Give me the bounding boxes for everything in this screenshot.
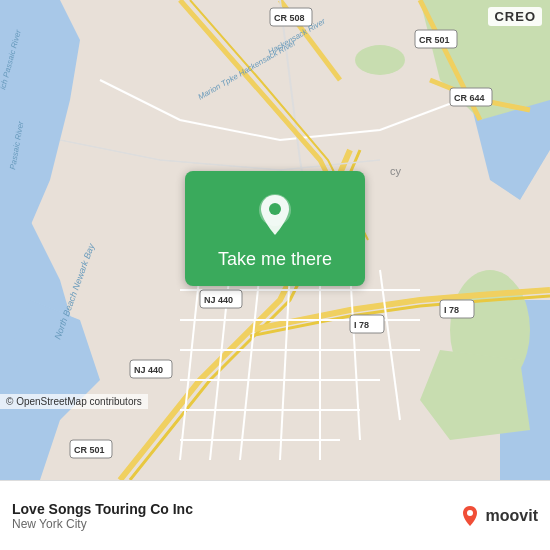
svg-text:NJ 440: NJ 440 (204, 295, 233, 305)
svg-point-47 (467, 510, 473, 516)
moovit-logo[interactable]: moovit (458, 504, 538, 528)
footer-location-info: Love Songs Touring Co Inc New York City (12, 501, 448, 531)
svg-text:I 78: I 78 (444, 305, 459, 315)
moovit-text: moovit (486, 507, 538, 525)
map-container: NJ 440 NJ 440 I 78 I 78 CR 501 CR 644 CR… (0, 0, 550, 480)
svg-text:cy: cy (390, 165, 402, 177)
map-attribution: © OpenStreetMap contributors (0, 394, 148, 409)
svg-text:CR 501: CR 501 (74, 445, 105, 455)
svg-point-9 (355, 45, 405, 75)
moovit-pin-icon (458, 504, 482, 528)
cta-button[interactable]: Take me there (218, 249, 332, 270)
attribution-text: © OpenStreetMap contributors (6, 396, 142, 407)
creo-badge: CREO (488, 7, 542, 26)
footer-bar: Love Songs Touring Co Inc New York City … (0, 480, 550, 550)
svg-text:NJ 440: NJ 440 (134, 365, 163, 375)
svg-point-46 (269, 203, 281, 215)
svg-text:I 78: I 78 (354, 320, 369, 330)
footer-subtitle: New York City (12, 517, 448, 531)
location-pin-icon (251, 191, 299, 239)
svg-text:CR 501: CR 501 (419, 35, 450, 45)
cta-overlay[interactable]: Take me there (185, 171, 365, 286)
footer-title: Love Songs Touring Co Inc (12, 501, 448, 517)
svg-text:CR 644: CR 644 (454, 93, 485, 103)
svg-text:CR 508: CR 508 (274, 13, 305, 23)
